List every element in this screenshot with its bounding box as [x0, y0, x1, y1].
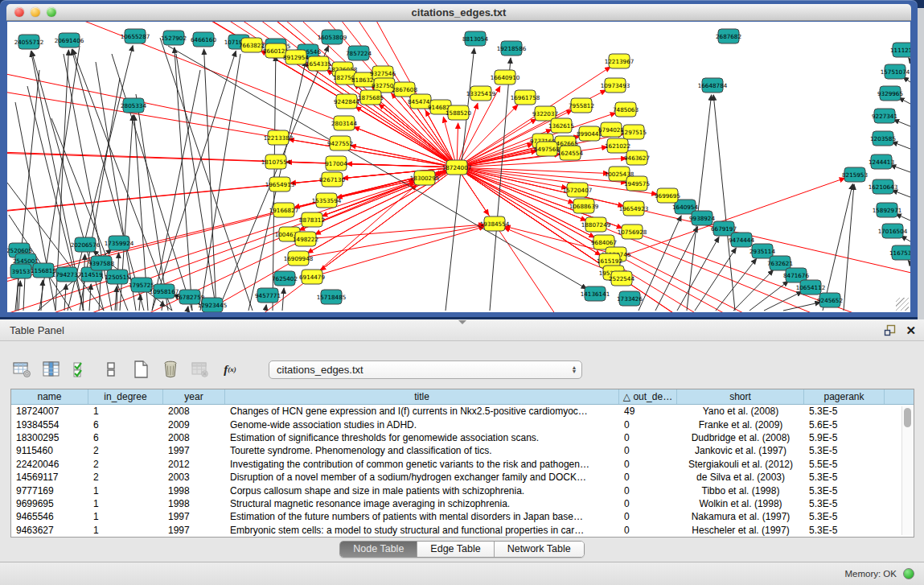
column-header-title[interactable]: title: [225, 389, 619, 404]
graph-node[interactable]: 24055712: [14, 35, 44, 49]
tab-network-table[interactable]: Network Table: [495, 542, 584, 557]
graph-node[interactable]: 2805334: [121, 98, 146, 113]
column-visibility-icon[interactable]: [41, 359, 62, 380]
graph-node[interactable]: 9245652: [817, 293, 843, 307]
graph-node[interactable]: 18300295: [410, 171, 440, 185]
memory-status-icon[interactable]: [903, 568, 914, 579]
graph-node[interactable]: 8878312: [299, 212, 325, 227]
graph-node[interactable]: 7663822: [239, 38, 265, 52]
graph-node[interactable]: 16648784: [698, 78, 728, 93]
graph-node[interactable]: 917004: [325, 156, 347, 171]
graph-node[interactable]: 1949575: [624, 176, 650, 191]
network-window-titlebar[interactable]: citations_edges.txt: [6, 4, 911, 21]
table-row[interactable]: 911546021997Tourette syndrome. Phenomeno…: [11, 444, 914, 457]
graph-node[interactable]: 12213383: [264, 130, 294, 145]
graph-node[interactable]: 1244413: [869, 154, 894, 169]
scrollbar-thumb[interactable]: [904, 408, 911, 427]
graph-node[interactable]: 19166827: [269, 203, 299, 217]
graph-node[interactable]: 13325419: [466, 86, 496, 101]
table-row[interactable]: 1938455462009Genome-wide association stu…: [11, 418, 914, 431]
graph-node[interactable]: 1250515: [105, 270, 130, 284]
graph-node[interactable]: 9397588: [88, 256, 114, 270]
graph-node[interactable]: 6497568: [534, 142, 560, 156]
table-row[interactable]: 946554611997Estimation of the future num…: [11, 510, 914, 523]
graph-node[interactable]: 6466160: [191, 32, 216, 47]
graph-node[interactable]: 1621022: [605, 138, 630, 153]
column-header-year[interactable]: year: [163, 389, 225, 404]
graph-node[interactable]: 16210643: [869, 179, 898, 194]
graph-node[interactable]: 20206576: [71, 237, 101, 252]
column-header-name[interactable]: name: [11, 389, 88, 404]
zoom-window-icon[interactable]: [47, 7, 56, 17]
graph-node[interactable]: 14136141: [581, 286, 610, 301]
graph-node[interactable]: 10688639: [569, 199, 599, 213]
column-header-pagerank[interactable]: pagerank: [804, 389, 885, 404]
graph-node[interactable]: 1498222: [293, 232, 318, 246]
graph-node[interactable]: 10655287: [121, 29, 150, 43]
graph-node[interactable]: 19384554: [480, 216, 510, 231]
table-row[interactable]: 969969511998Structural magnetic resonanc…: [11, 497, 914, 510]
graph-node[interactable]: 9427552: [327, 136, 353, 150]
graph-node[interactable]: 16909948: [284, 251, 314, 266]
graph-node[interactable]: 8813054: [462, 31, 488, 46]
delete-table-icon[interactable]: [160, 359, 181, 380]
graph-node[interactable]: 17016504: [878, 224, 908, 238]
graph-node[interactable]: 17942737: [52, 267, 82, 282]
column-header-in_degree[interactable]: in_degree: [88, 389, 163, 404]
graph-node[interactable]: 12923445: [198, 298, 228, 312]
table-select-dropdown[interactable]: citations_edges.txt ▲▼: [269, 360, 582, 379]
graph-node[interactable]: 1875685: [358, 90, 384, 105]
network-canvas[interactable]: 1872400718300295193845542405571220691406…: [7, 22, 910, 312]
column-header-short[interactable]: short: [677, 389, 804, 404]
graph-node[interactable]: 1297515: [621, 125, 647, 139]
graph-node[interactable]: 12213967: [605, 54, 634, 68]
table-row[interactable]: 1830029562008Estimation of significance …: [11, 431, 914, 444]
table-row[interactable]: 946362711997Embryonic stem cells: a mode…: [11, 524, 914, 537]
select-columns-icon[interactable]: [71, 359, 92, 380]
graph-node[interactable]: 15892971: [873, 203, 902, 217]
tab-edge-table[interactable]: Edge Table: [417, 542, 494, 557]
graph-node[interactable]: 9329965: [877, 86, 903, 101]
graph-node[interactable]: 1733426: [617, 291, 643, 306]
graph-node[interactable]: 18807249: [581, 217, 611, 232]
close-panel-icon[interactable]: ✕: [906, 324, 916, 336]
graph-node[interactable]: 18724007: [442, 160, 472, 175]
graph-node[interactable]: 9474444: [729, 233, 754, 247]
new-table-icon[interactable]: [130, 359, 151, 380]
window-resize-grip[interactable]: [896, 298, 909, 311]
graph-node[interactable]: 1527902: [161, 31, 187, 45]
graph-node[interactable]: 2687682: [716, 29, 741, 43]
graph-node[interactable]: 9938924: [689, 211, 715, 225]
table-scrollbar[interactable]: [901, 406, 912, 535]
graph-node[interactable]: 8215953: [842, 167, 868, 182]
graph-node[interactable]: 9227341: [872, 109, 897, 123]
graph-node[interactable]: 19654923: [619, 201, 649, 216]
graph-node[interactable]: 1362615: [548, 118, 574, 133]
graph-node[interactable]: 1111214: [890, 43, 910, 57]
graph-node[interactable]: 16053809: [318, 30, 347, 44]
graph-node[interactable]: 20691406: [55, 33, 84, 47]
graph-node[interactable]: 1588520: [446, 105, 471, 120]
close-window-icon[interactable]: [14, 7, 24, 17]
graph-node[interactable]: 9242844: [334, 94, 359, 109]
graph-node[interactable]: 18107554: [261, 154, 291, 169]
column-header-out_degree[interactable]: △ out_de…: [619, 389, 677, 404]
table-row[interactable]: 1872400712008Changes of HCN gene express…: [11, 405, 914, 418]
graph-node[interactable]: 15353594: [312, 193, 342, 208]
graph-node[interactable]: 15718485: [317, 290, 347, 304]
graph-node[interactable]: 7857224: [346, 46, 372, 60]
graph-node[interactable]: 2803144: [331, 116, 357, 130]
graph-node[interactable]: 6914479: [299, 270, 325, 284]
graph-node[interactable]: 7625402: [272, 271, 298, 286]
table-row[interactable]: 2242004622012Investigating the contribut…: [11, 458, 914, 471]
minimize-window-icon[interactable]: [31, 7, 40, 17]
tab-node-table[interactable]: Node Table: [340, 542, 417, 557]
graph-node[interactable]: 16640910: [491, 70, 520, 84]
graph-node[interactable]: 8267130: [319, 172, 345, 187]
graph-node[interactable]: 9699695: [655, 188, 680, 203]
float-panel-icon[interactable]: [884, 324, 896, 336]
table-settings-icon[interactable]: [11, 359, 32, 380]
table-row[interactable]: 977716911998Corpus callosum shape and si…: [11, 484, 914, 496]
table-row[interactable]: 1456911722003Disruption of a novel membe…: [11, 471, 914, 484]
graph-node[interactable]: 7485063: [613, 102, 639, 117]
